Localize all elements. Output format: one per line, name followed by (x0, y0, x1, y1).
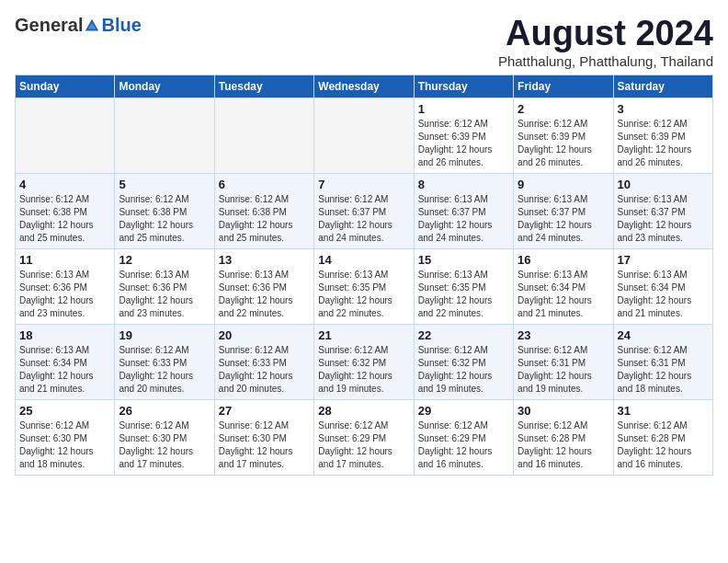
calendar-day-cell: 3Sunrise: 6:12 AM Sunset: 6:39 PM Daylig… (613, 98, 712, 173)
day-number: 2 (518, 102, 609, 116)
day-info: Sunrise: 6:13 AM Sunset: 6:35 PM Dayligh… (418, 269, 509, 320)
calendar-day-cell: 7Sunrise: 6:12 AM Sunset: 6:37 PM Daylig… (314, 173, 414, 248)
day-number: 26 (119, 404, 210, 418)
calendar-day-cell: 14Sunrise: 6:13 AM Sunset: 6:35 PM Dayli… (314, 248, 414, 324)
day-info: Sunrise: 6:12 AM Sunset: 6:38 PM Dayligh… (219, 193, 310, 245)
calendar-week-row: 11Sunrise: 6:13 AM Sunset: 6:36 PM Dayli… (16, 248, 713, 324)
calendar-day-cell: 27Sunrise: 6:12 AM Sunset: 6:30 PM Dayli… (214, 399, 313, 475)
logo-icon (84, 17, 100, 34)
calendar-day-cell: 25Sunrise: 6:12 AM Sunset: 6:30 PM Dayli… (16, 399, 115, 475)
calendar-day-cell: 26Sunrise: 6:12 AM Sunset: 6:30 PM Dayli… (115, 399, 214, 475)
day-info: Sunrise: 6:12 AM Sunset: 6:32 PM Dayligh… (418, 344, 509, 396)
calendar-week-row: 1Sunrise: 6:12 AM Sunset: 6:39 PM Daylig… (16, 98, 713, 173)
day-number: 10 (618, 178, 709, 191)
day-info: Sunrise: 6:13 AM Sunset: 6:36 PM Dayligh… (219, 269, 310, 320)
day-info: Sunrise: 6:12 AM Sunset: 6:31 PM Dayligh… (618, 344, 709, 396)
weekday-header-friday: Friday (514, 75, 613, 98)
calendar-day-cell: 19Sunrise: 6:12 AM Sunset: 6:33 PM Dayli… (115, 324, 214, 399)
day-number: 12 (119, 253, 210, 267)
day-number: 20 (219, 328, 310, 342)
day-number: 21 (318, 328, 409, 342)
calendar-day-cell: 18Sunrise: 6:13 AM Sunset: 6:34 PM Dayli… (16, 324, 115, 399)
calendar-day-cell: 31Sunrise: 6:12 AM Sunset: 6:28 PM Dayli… (613, 399, 712, 475)
weekday-header-thursday: Thursday (414, 75, 513, 98)
day-number: 17 (618, 253, 709, 267)
calendar-day-cell: 17Sunrise: 6:13 AM Sunset: 6:34 PM Dayli… (613, 248, 712, 324)
calendar-day-cell: 4Sunrise: 6:12 AM Sunset: 6:38 PM Daylig… (16, 173, 115, 248)
calendar-day-cell: 11Sunrise: 6:13 AM Sunset: 6:36 PM Dayli… (16, 248, 115, 324)
day-info: Sunrise: 6:12 AM Sunset: 6:28 PM Dayligh… (618, 419, 709, 471)
weekday-header-saturday: Saturday (613, 75, 712, 98)
location: Phatthalung, Phatthalung, Thailand (498, 53, 713, 69)
day-info: Sunrise: 6:12 AM Sunset: 6:28 PM Dayligh… (518, 419, 609, 471)
day-number: 29 (418, 404, 509, 418)
calendar-day-cell: 29Sunrise: 6:12 AM Sunset: 6:29 PM Dayli… (414, 399, 513, 475)
day-number: 6 (219, 178, 310, 191)
day-info: Sunrise: 6:13 AM Sunset: 6:37 PM Dayligh… (418, 193, 509, 245)
calendar-day-cell: 2Sunrise: 6:12 AM Sunset: 6:39 PM Daylig… (514, 98, 613, 173)
title-block: August 2024 Phatthalung, Phatthalung, Th… (498, 15, 713, 69)
calendar-day-cell: 23Sunrise: 6:12 AM Sunset: 6:31 PM Dayli… (514, 324, 613, 399)
calendar-day-cell: 8Sunrise: 6:13 AM Sunset: 6:37 PM Daylig… (414, 173, 513, 248)
day-info: Sunrise: 6:13 AM Sunset: 6:37 PM Dayligh… (518, 193, 609, 245)
calendar-day-cell: 1Sunrise: 6:12 AM Sunset: 6:39 PM Daylig… (414, 98, 513, 173)
weekday-header-monday: Monday (115, 75, 214, 98)
calendar-table: SundayMondayTuesdayWednesdayThursdayFrid… (15, 75, 713, 476)
calendar-day-cell: 9Sunrise: 6:13 AM Sunset: 6:37 PM Daylig… (514, 173, 613, 248)
calendar-day-cell (314, 98, 414, 173)
day-info: Sunrise: 6:12 AM Sunset: 6:37 PM Dayligh… (318, 193, 409, 245)
day-number: 30 (518, 404, 609, 418)
calendar-week-row: 18Sunrise: 6:13 AM Sunset: 6:34 PM Dayli… (16, 324, 713, 399)
day-number: 13 (219, 253, 310, 267)
day-info: Sunrise: 6:12 AM Sunset: 6:31 PM Dayligh… (518, 344, 609, 396)
weekday-header-sunday: Sunday (16, 75, 115, 98)
logo-blue-text: Blue (101, 15, 141, 36)
page-header: General Blue August 2024 Phatthalung, Ph… (15, 15, 713, 69)
weekday-header-row: SundayMondayTuesdayWednesdayThursdayFrid… (16, 75, 713, 98)
calendar-day-cell: 24Sunrise: 6:12 AM Sunset: 6:31 PM Dayli… (613, 324, 712, 399)
day-info: Sunrise: 6:12 AM Sunset: 6:39 PM Dayligh… (518, 118, 609, 169)
day-number: 1 (418, 102, 509, 116)
day-info: Sunrise: 6:13 AM Sunset: 6:36 PM Dayligh… (19, 269, 110, 320)
day-info: Sunrise: 6:12 AM Sunset: 6:29 PM Dayligh… (318, 419, 409, 471)
calendar-day-cell (115, 98, 214, 173)
day-number: 7 (318, 178, 409, 191)
logo-general-text: General (15, 15, 83, 36)
calendar-day-cell: 22Sunrise: 6:12 AM Sunset: 6:32 PM Dayli… (414, 324, 513, 399)
day-number: 18 (19, 328, 110, 342)
day-info: Sunrise: 6:12 AM Sunset: 6:30 PM Dayligh… (19, 419, 110, 471)
calendar-day-cell: 20Sunrise: 6:12 AM Sunset: 6:33 PM Dayli… (214, 324, 313, 399)
day-number: 24 (618, 328, 709, 342)
calendar-day-cell (214, 98, 313, 173)
day-info: Sunrise: 6:12 AM Sunset: 6:33 PM Dayligh… (219, 344, 310, 396)
day-info: Sunrise: 6:13 AM Sunset: 6:35 PM Dayligh… (318, 269, 409, 320)
calendar-day-cell: 21Sunrise: 6:12 AM Sunset: 6:32 PM Dayli… (314, 324, 414, 399)
calendar-day-cell: 10Sunrise: 6:13 AM Sunset: 6:37 PM Dayli… (613, 173, 712, 248)
day-info: Sunrise: 6:12 AM Sunset: 6:39 PM Dayligh… (618, 118, 709, 169)
day-info: Sunrise: 6:12 AM Sunset: 6:30 PM Dayligh… (219, 419, 310, 471)
day-info: Sunrise: 6:12 AM Sunset: 6:30 PM Dayligh… (119, 419, 210, 471)
day-number: 25 (19, 404, 110, 418)
day-number: 9 (518, 178, 609, 191)
calendar-day-cell: 5Sunrise: 6:12 AM Sunset: 6:38 PM Daylig… (115, 173, 214, 248)
day-number: 8 (418, 178, 509, 191)
day-info: Sunrise: 6:12 AM Sunset: 6:32 PM Dayligh… (318, 344, 409, 396)
calendar-day-cell: 6Sunrise: 6:12 AM Sunset: 6:38 PM Daylig… (214, 173, 313, 248)
logo: General Blue (15, 15, 142, 36)
calendar-day-cell: 30Sunrise: 6:12 AM Sunset: 6:28 PM Dayli… (514, 399, 613, 475)
day-info: Sunrise: 6:13 AM Sunset: 6:37 PM Dayligh… (618, 193, 709, 245)
day-number: 3 (618, 102, 709, 116)
day-info: Sunrise: 6:13 AM Sunset: 6:36 PM Dayligh… (119, 269, 210, 320)
calendar-day-cell: 16Sunrise: 6:13 AM Sunset: 6:34 PM Dayli… (514, 248, 613, 324)
calendar-day-cell: 13Sunrise: 6:13 AM Sunset: 6:36 PM Dayli… (214, 248, 313, 324)
calendar-week-row: 4Sunrise: 6:12 AM Sunset: 6:38 PM Daylig… (16, 173, 713, 248)
day-number: 19 (119, 328, 210, 342)
day-info: Sunrise: 6:13 AM Sunset: 6:34 PM Dayligh… (518, 269, 609, 320)
day-number: 5 (119, 178, 210, 191)
day-number: 15 (418, 253, 509, 267)
day-number: 31 (618, 404, 709, 418)
month-year: August 2024 (498, 15, 713, 53)
day-number: 11 (19, 253, 110, 267)
day-number: 14 (318, 253, 409, 267)
weekday-header-wednesday: Wednesday (314, 75, 414, 98)
